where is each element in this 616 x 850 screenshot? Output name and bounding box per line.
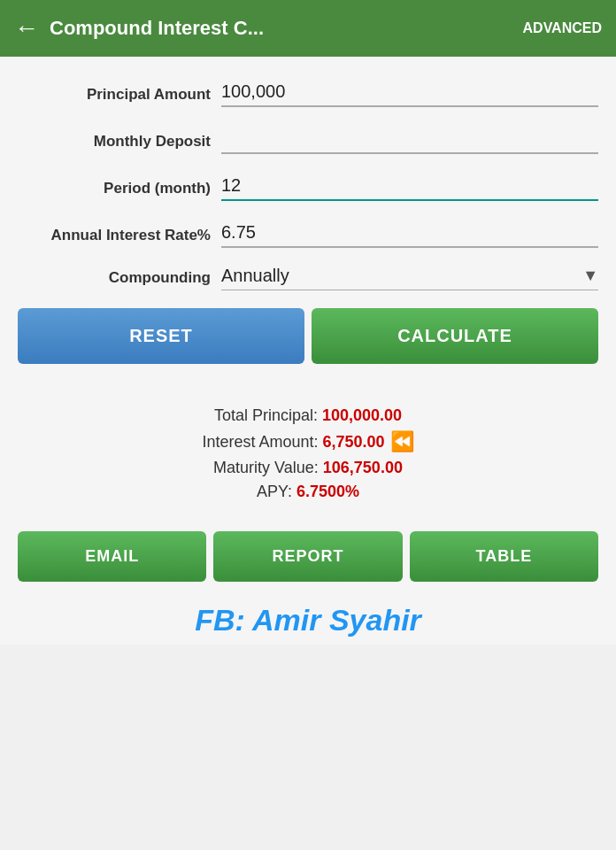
compounding-row: Compounding Annually ▼	[18, 266, 598, 290]
compounding-dropdown[interactable]: Annually ▼	[221, 266, 598, 290]
main-content: Principal Amount Monthly Deposit Period …	[0, 57, 616, 399]
reset-button[interactable]: RESET	[18, 308, 304, 364]
principal-amount-input[interactable]	[221, 78, 598, 107]
maturity-value-value: 106,750.00	[323, 459, 403, 477]
app-header: ← Compound Interest C... ADVANCED	[0, 0, 616, 57]
period-row: Period (month)	[18, 172, 598, 201]
interest-amount-value: 6,750.00	[323, 433, 385, 452]
total-principal-label: Total Principal:	[214, 406, 318, 425]
monthly-deposit-label: Monthly Deposit	[18, 133, 221, 154]
interest-amount-label: Interest Amount:	[202, 433, 318, 452]
maturity-value-row: Maturity Value: 106,750.00	[18, 459, 598, 477]
report-button[interactable]: REPORT	[213, 531, 402, 582]
calculate-button[interactable]: CALCULATE	[312, 308, 598, 364]
maturity-value-label: Maturity Value:	[213, 459, 319, 477]
table-button[interactable]: TABLE	[410, 531, 598, 582]
annual-rate-label: Annual Interest Rate%	[18, 227, 221, 248]
period-input[interactable]	[221, 172, 598, 201]
compounding-value: Annually	[221, 266, 582, 286]
interest-amount-row: Interest Amount: 6,750.00 ⏪	[18, 430, 598, 453]
monthly-deposit-row: Monthly Deposit	[18, 125, 598, 154]
email-button[interactable]: EMAIL	[18, 531, 206, 582]
annual-rate-input[interactable]	[221, 219, 598, 248]
footer-brand: FB: Amir Syahir	[0, 592, 616, 645]
advanced-button[interactable]: ADVANCED	[523, 20, 602, 36]
apy-label: APY:	[257, 483, 292, 501]
principal-amount-row: Principal Amount	[18, 78, 598, 107]
apy-row: APY: 6.7500%	[18, 483, 598, 501]
chevron-down-icon: ▼	[582, 267, 598, 285]
header-title: Compound Interest C...	[50, 17, 523, 40]
total-principal-value: 100,000.00	[322, 406, 402, 425]
brand-text: FB: Amir Syahir	[195, 603, 421, 637]
action-row: RESET CALCULATE	[18, 308, 598, 364]
bottom-action-buttons: EMAIL REPORT TABLE	[0, 521, 616, 592]
double-left-arrow-icon: ⏪	[390, 430, 414, 453]
back-button[interactable]: ←	[14, 14, 39, 42]
principal-amount-label: Principal Amount	[18, 86, 221, 107]
total-principal-row: Total Principal: 100,000.00	[18, 406, 598, 425]
monthly-deposit-input[interactable]	[221, 125, 598, 154]
period-label: Period (month)	[18, 180, 221, 201]
compounding-label: Compounding	[18, 269, 221, 290]
annual-rate-row: Annual Interest Rate%	[18, 219, 598, 248]
apy-value: 6.7500%	[296, 483, 359, 501]
results-section: Total Principal: 100,000.00 Interest Amo…	[0, 399, 616, 521]
